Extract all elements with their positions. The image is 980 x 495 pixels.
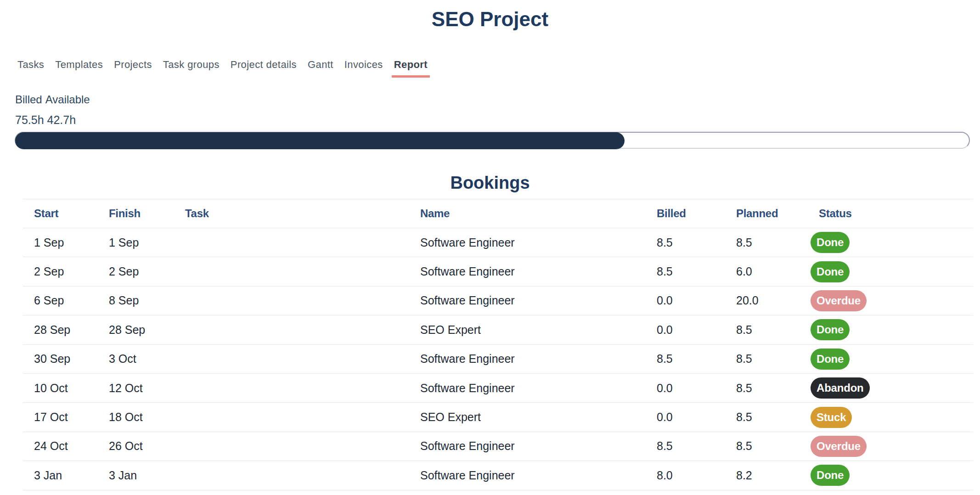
table-row: 6 Sep8 SepSoftware Engineer0.020.0Overdu… xyxy=(23,286,973,315)
cell-finish: 3 Oct xyxy=(109,344,185,373)
cell-finish: 3 Jan xyxy=(109,461,185,490)
cell-planned: 8.5 xyxy=(736,344,819,373)
cell-finish: 1 Sep xyxy=(109,228,185,257)
status-badge: Done xyxy=(811,261,850,282)
cell-billed: 0.0 xyxy=(657,286,736,315)
cell-start: 10 Oct xyxy=(23,373,109,402)
cell-name: Software Engineer xyxy=(420,461,657,490)
cell-billed: 8.5 xyxy=(657,228,736,257)
cell-status: Overdue xyxy=(819,286,973,315)
table-header-row: StartFinishTaskNameBilledPlannedStatus xyxy=(23,199,973,228)
cell-status: Done xyxy=(819,315,973,344)
cell-planned: 8.2 xyxy=(736,461,819,490)
table-row: 24 Oct26 OctSoftware Engineer8.58.5Overd… xyxy=(23,432,973,461)
cell-start: 30 Sep xyxy=(23,344,109,373)
tab-report[interactable]: Report xyxy=(392,59,430,78)
cell-finish: 8 Sep xyxy=(109,286,185,315)
tab-invoices[interactable]: Invoices xyxy=(344,59,383,78)
available-label: Available xyxy=(45,93,90,106)
cell-start: 3 Jan xyxy=(23,461,109,490)
cell-status: Overdue xyxy=(819,432,973,461)
cell-start: 24 Oct xyxy=(23,432,109,461)
cell-billed: 8.5 xyxy=(657,432,736,461)
cell-name: Software Engineer xyxy=(420,344,657,373)
cell-finish: 18 Oct xyxy=(109,403,185,432)
status-badge: Done xyxy=(811,232,850,253)
table-row: 2 Sep2 SepSoftware Engineer8.56.0Done xyxy=(23,257,973,286)
cell-start: 1 Sep xyxy=(23,228,109,257)
status-badge: Done xyxy=(811,349,850,370)
cell-start: 28 Sep xyxy=(23,315,109,344)
cell-task xyxy=(185,461,420,490)
cell-billed: 8.5 xyxy=(657,344,736,373)
cell-planned: 6.0 xyxy=(736,257,819,286)
cell-status: Done xyxy=(819,344,973,373)
cell-task xyxy=(185,286,420,315)
status-badge: Overdue xyxy=(811,290,867,311)
table-row: 10 Oct12 OctSoftware Engineer0.08.5Aband… xyxy=(23,373,973,402)
table-row: 1 Sep1 SepSoftware Engineer8.58.5Done xyxy=(23,228,973,257)
cell-status: Done xyxy=(819,257,973,286)
cell-status: Abandon xyxy=(819,373,973,402)
tab-projects[interactable]: Projects xyxy=(114,59,152,78)
status-badge: Overdue xyxy=(811,436,867,457)
progress-bar xyxy=(15,132,970,149)
progress-labels: BilledAvailable xyxy=(0,93,980,107)
status-badge: Stuck xyxy=(811,407,852,428)
cell-name: Software Engineer xyxy=(420,286,657,315)
bookings-table: StartFinishTaskNameBilledPlannedStatus 1… xyxy=(23,199,973,490)
cell-name: Software Engineer xyxy=(420,373,657,402)
column-header-billed: Billed xyxy=(657,199,736,228)
progress-bar-fill xyxy=(15,132,625,149)
cell-task xyxy=(185,344,420,373)
cell-finish: 12 Oct xyxy=(109,373,185,402)
cell-task xyxy=(185,432,420,461)
cell-name: Software Engineer xyxy=(420,257,657,286)
tab-templates[interactable]: Templates xyxy=(55,59,103,78)
cell-task xyxy=(185,228,420,257)
billed-label: Billed xyxy=(15,93,42,106)
cell-task xyxy=(185,315,420,344)
cell-planned: 8.5 xyxy=(736,228,819,257)
column-header-start: Start xyxy=(23,199,109,228)
table-row: 28 Sep28 SepSEO Expert0.08.5Done xyxy=(23,315,973,344)
available-value: 42.7h xyxy=(47,113,76,126)
tab-task-groups[interactable]: Task groups xyxy=(163,59,220,78)
tab-gantt[interactable]: Gantt xyxy=(308,59,333,78)
cell-planned: 8.5 xyxy=(736,373,819,402)
cell-start: 17 Oct xyxy=(23,403,109,432)
cell-name: Software Engineer xyxy=(420,228,657,257)
cell-task xyxy=(185,373,420,402)
cell-planned: 8.5 xyxy=(736,315,819,344)
table-row: 3 Jan3 JanSoftware Engineer8.08.2Done xyxy=(23,461,973,490)
column-header-status: Status xyxy=(819,199,973,228)
progress-values: 75.5h42.7h xyxy=(0,113,980,127)
cell-billed: 8.5 xyxy=(657,257,736,286)
cell-billed: 8.0 xyxy=(657,461,736,490)
cell-status: Done xyxy=(819,461,973,490)
cell-billed: 0.0 xyxy=(657,403,736,432)
table-body: 1 Sep1 SepSoftware Engineer8.58.5Done2 S… xyxy=(23,228,973,490)
tab-bar: TasksTemplatesProjectsTask groupsProject… xyxy=(0,59,980,78)
column-header-task: Task xyxy=(185,199,420,228)
cell-finish: 28 Sep xyxy=(109,315,185,344)
cell-start: 6 Sep xyxy=(23,286,109,315)
column-header-name: Name xyxy=(420,199,657,228)
cell-task xyxy=(185,257,420,286)
cell-start: 2 Sep xyxy=(23,257,109,286)
cell-finish: 26 Oct xyxy=(109,432,185,461)
cell-status: Stuck xyxy=(819,403,973,432)
tab-project-details[interactable]: Project details xyxy=(231,59,297,78)
cell-billed: 0.0 xyxy=(657,373,736,402)
cell-name: Software Engineer xyxy=(420,432,657,461)
status-badge: Done xyxy=(811,465,850,486)
tab-tasks[interactable]: Tasks xyxy=(17,59,44,78)
table-row: 17 Oct18 OctSEO Expert0.08.5Stuck xyxy=(23,403,973,432)
bookings-title: Bookings xyxy=(0,173,980,193)
cell-finish: 2 Sep xyxy=(109,257,185,286)
cell-name: SEO Expert xyxy=(420,403,657,432)
cell-task xyxy=(185,403,420,432)
table-row: 30 Sep3 OctSoftware Engineer8.58.5Done xyxy=(23,344,973,373)
cell-status: Done xyxy=(819,228,973,257)
status-badge: Abandon xyxy=(811,377,870,399)
